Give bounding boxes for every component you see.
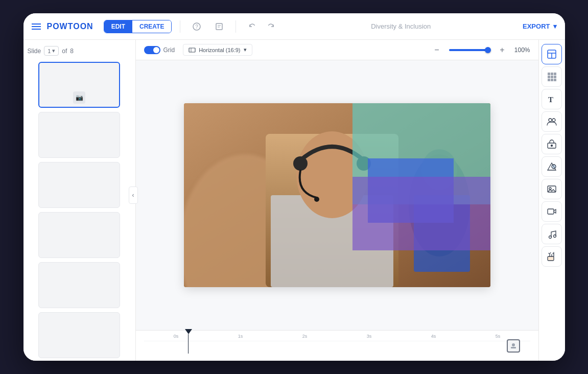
timeline-mark-4: 4s: [402, 334, 466, 339]
timeline-mark-1: 1s: [208, 334, 273, 339]
export-chevron-icon: ▾: [553, 22, 557, 30]
svg-rect-29: [548, 79, 550, 81]
slide-thumbnail-6[interactable]: [38, 312, 120, 358]
svg-rect-19: [511, 347, 516, 348]
aspect-ratio-chevron: ▾: [244, 46, 247, 53]
timeline-track[interactable]: [144, 341, 530, 359]
slide-thumbnail-1[interactable]: 📷: [38, 62, 120, 108]
timeline-mark-5: 5s: [466, 334, 530, 339]
slide-total: 8: [70, 48, 74, 55]
collapse-panel-handle[interactable]: ‹: [129, 186, 138, 204]
timeline-ruler: 0s 1s 2s 3s 4s 5s: [144, 334, 530, 341]
playhead-line: [188, 334, 189, 354]
svg-rect-25: [554, 73, 556, 75]
center-area: Grid Horizontal (16:9) ▾ − +: [136, 40, 538, 361]
playhead: [185, 329, 192, 334]
svg-point-14: [314, 197, 319, 202]
svg-rect-27: [551, 76, 553, 78]
notes-button[interactable]: [211, 18, 227, 35]
slide-thumbnail-4[interactable]: [38, 212, 120, 258]
magic-tool-button[interactable]: [542, 246, 562, 267]
svg-point-38: [552, 165, 556, 169]
app-logo: POWTOON: [47, 22, 93, 31]
timeline-mark-2: 2s: [273, 334, 337, 339]
svg-point-12: [293, 156, 308, 171]
svg-rect-24: [551, 73, 553, 75]
slide-canvas[interactable]: [184, 103, 490, 287]
music-tool-button[interactable]: [542, 224, 562, 244]
svg-rect-5: [189, 48, 195, 52]
timeline-mark-3: 3s: [337, 334, 402, 339]
separator-2: [236, 20, 236, 33]
main-content: Slide 1 ▾ of 8 📷 + Blank slide: [23, 40, 565, 361]
svg-rect-41: [548, 209, 554, 214]
svg-rect-28: [554, 76, 556, 78]
menu-icon[interactable]: [32, 24, 41, 30]
slide-number-selector[interactable]: 1 ▾: [44, 46, 59, 56]
props-tool-button[interactable]: [542, 134, 562, 154]
characters-tool-button[interactable]: [542, 111, 562, 132]
slide-dropdown-icon: ▾: [52, 48, 55, 54]
timeline-mark-0: 0s: [144, 334, 208, 339]
svg-rect-44: [548, 256, 554, 261]
edit-create-tabs: EDIT CREATE: [104, 20, 172, 33]
slide-thumbnail-3[interactable]: [38, 162, 120, 208]
layout-tool-button[interactable]: [542, 44, 562, 64]
right-tools-panel: T: [538, 40, 565, 361]
shapes-tool-button[interactable]: [542, 156, 562, 177]
clip-thumbnail[interactable]: [507, 339, 520, 353]
zoom-slider[interactable]: [449, 49, 490, 51]
slide-thumbnail-5[interactable]: [38, 262, 120, 308]
undo-redo-group: [244, 18, 279, 35]
create-tab[interactable]: CREATE: [132, 20, 171, 33]
slide-label: Slide: [28, 48, 41, 55]
media-tool-button[interactable]: [542, 179, 562, 199]
separator-1: [180, 20, 180, 33]
svg-text:?: ?: [196, 24, 199, 30]
redo-button[interactable]: [263, 18, 279, 35]
aspect-ratio-label: Horizontal (16:9): [199, 47, 240, 53]
canvas-toolbar: Grid Horizontal (16:9) ▾ − +: [136, 40, 538, 60]
export-button[interactable]: EXPORT ▾: [523, 22, 556, 30]
svg-point-33: [549, 119, 552, 122]
text-tool-button[interactable]: T: [542, 89, 562, 109]
pattern-tool-button[interactable]: [542, 66, 562, 87]
svg-text:T: T: [548, 96, 553, 104]
slide-counter: Slide 1 ▾ of 8: [28, 46, 131, 56]
zoom-level: 100%: [514, 46, 530, 54]
svg-point-18: [512, 343, 515, 346]
presentation-title: Diversity & Inclusion: [285, 22, 516, 30]
grid-toggle-group: Grid: [144, 46, 175, 54]
svg-point-34: [552, 119, 555, 122]
timeline: 0s 1s 2s 3s 4s 5s: [136, 330, 538, 361]
zoom-control: − + 100%: [429, 42, 530, 58]
svg-rect-2: [216, 24, 222, 30]
svg-rect-26: [548, 76, 550, 78]
svg-point-36: [551, 145, 553, 147]
edit-tab[interactable]: EDIT: [104, 20, 132, 33]
of-label: of: [62, 48, 67, 55]
svg-rect-30: [551, 79, 553, 81]
undo-button[interactable]: [244, 18, 261, 35]
zoom-in-button[interactable]: +: [494, 42, 510, 58]
overlay-purple: [352, 177, 490, 250]
video-tool-button[interactable]: [542, 201, 562, 222]
svg-rect-31: [554, 79, 556, 81]
top-bar: POWTOON EDIT CREATE ?: [23, 13, 565, 40]
svg-rect-23: [548, 73, 550, 75]
slide-thumbnail-2[interactable]: [38, 112, 120, 158]
slide-1-icon: 📷: [73, 91, 85, 104]
slides-panel: Slide 1 ▾ of 8 📷 + Blank slide: [23, 40, 136, 361]
canvas-area: ‹: [136, 60, 538, 330]
grid-label: Grid: [163, 46, 175, 54]
zoom-out-button[interactable]: −: [429, 42, 445, 58]
help-button[interactable]: ?: [189, 18, 205, 35]
grid-toggle-switch[interactable]: [144, 46, 160, 54]
aspect-ratio-button[interactable]: Horizontal (16:9) ▾: [183, 44, 252, 56]
